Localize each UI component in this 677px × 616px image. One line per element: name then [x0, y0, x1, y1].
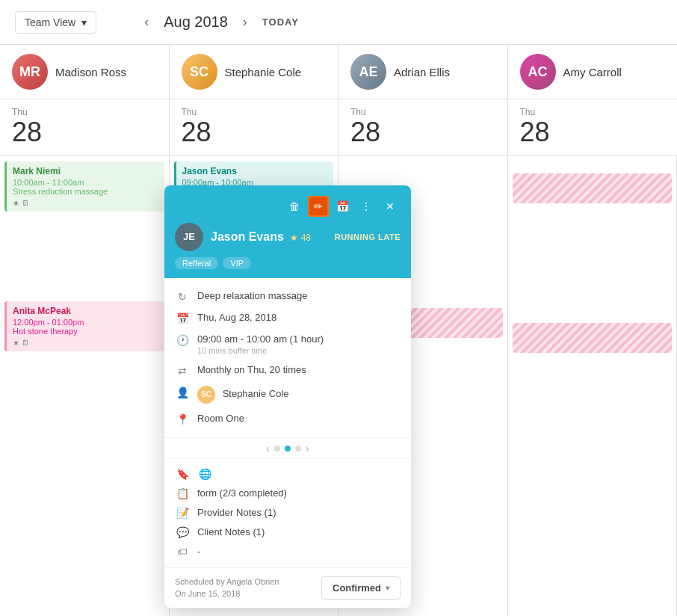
date-cell-0: Thu 28: [0, 99, 170, 155]
member-col-adrian: AE Adrian Ellis: [338, 45, 508, 99]
extra-form-row: 📋 form (2/3 completed): [175, 484, 401, 503]
bookmark-icon: 🔖: [175, 468, 190, 480]
time-icon: 🕐: [175, 334, 190, 346]
extra-provider-notes-row: 📝 Provider Notes (1): [175, 503, 401, 523]
popup-client-info: Jason Evans ★ 48: [211, 230, 311, 244]
avatar-madison: MR: [12, 54, 48, 90]
avatar-stephanie: SC: [182, 54, 217, 90]
popup-card: 🗑 ✏ 📅 ⋮ ✕ JE Jason Evans ★ 48: [164, 185, 411, 608]
info-time-row: 🕐 09:00 am - 10:00 am (1 hour) 10 mins b…: [175, 329, 401, 360]
delete-button[interactable]: 🗑: [284, 196, 305, 217]
prev-month-button[interactable]: ‹: [141, 11, 152, 33]
scheduled-by: Scheduled by Angela Obrien: [175, 576, 279, 588]
member-name-amy: Amy Carroll: [563, 66, 622, 78]
stripe-pink-2: [513, 173, 673, 203]
avatar-amy: AC: [520, 54, 556, 90]
avatar-adrian: AE: [350, 54, 386, 90]
info-time: 09:00 am - 10:00 am (1 hour): [197, 333, 324, 345]
appt-name: Anita McPeak: [13, 306, 158, 316]
date-num-1: 28: [182, 117, 327, 147]
extra-form: form (2/3 completed): [197, 487, 287, 499]
confirmed-label: Confirmed: [333, 582, 381, 594]
events-col-0: Mark Niemi 10:00am - 11:00am Stress redu…: [0, 155, 170, 616]
member-name-stephanie: Stephanie Cole: [225, 66, 302, 78]
info-provider-row: 👤 SC Stephanie Cole: [175, 381, 401, 408]
pagination-next[interactable]: ›: [306, 443, 309, 455]
edit-button[interactable]: ✏: [308, 196, 329, 217]
member-col-amy: AC Amy Carroll: [508, 45, 678, 99]
extra-bookmark-row: 🔖 🌐: [175, 464, 401, 484]
date-cell-1: Thu 28: [170, 99, 339, 155]
info-time-block: 09:00 am - 10:00 am (1 hour) 10 mins buf…: [197, 333, 324, 355]
popup-client-avatar: JE: [175, 223, 203, 251]
appt-mark-niemi[interactable]: Mark Niemi 10:00am - 11:00am Stress redu…: [4, 161, 164, 212]
provider-notes-icon: 📝: [175, 507, 190, 519]
pagination-prev[interactable]: ‹: [266, 443, 270, 455]
appt-icons: ★ 🗓: [13, 199, 158, 207]
tag-vip: VIP: [223, 257, 251, 269]
close-button[interactable]: ✕: [380, 196, 401, 217]
popup-footer: Scheduled by Angela Obrien On June 15, 2…: [164, 567, 411, 608]
appt-time: 10:00am - 11:00am: [13, 178, 158, 187]
team-view-label: Team View: [25, 16, 75, 28]
more-button[interactable]: ⋮: [356, 196, 377, 217]
tag-icon: 🏷: [175, 546, 190, 558]
confirmed-button[interactable]: Confirmed ▾: [321, 576, 401, 600]
date-num-3: 28: [520, 117, 666, 147]
extra-section: 🔖 🌐 📋 form (2/3 completed) 📝 Provider No…: [164, 458, 411, 567]
appt-name: Mark Niemi: [13, 166, 158, 176]
team-view-dropdown[interactable]: Team View ▾: [15, 11, 96, 34]
popup-status: RUNNING LATE: [335, 232, 401, 241]
popup-client-row: JE Jason Evans ★ 48 RUNNING LATE: [175, 223, 401, 251]
tag-refferal: Refferal: [175, 257, 218, 269]
dot-1: [274, 446, 280, 452]
recurrence-icon: ⇄: [175, 365, 190, 377]
room-icon: 📍: [175, 413, 190, 425]
date-day-3: Thu: [520, 107, 666, 117]
info-service: Deep relaxation massage: [197, 290, 401, 301]
date-cell-3: Thu 28: [508, 99, 678, 155]
today-button[interactable]: TODAY: [262, 16, 299, 28]
info-provider: SC Stephanie Cole: [197, 386, 401, 404]
service-icon: ↻: [175, 291, 190, 303]
info-date-row: 📅 Thu, Aug 28, 2018: [175, 307, 401, 329]
next-month-button[interactable]: ›: [240, 11, 250, 33]
extra-provider-notes: Provider Notes (1): [197, 507, 276, 518]
date-day-2: Thu: [350, 107, 495, 117]
popup-tags: Refferal VIP: [175, 257, 401, 269]
calendar-button[interactable]: 📅: [332, 196, 353, 217]
info-recurrence: Monthly on Thu, 20 times: [197, 364, 401, 375]
extra-client-notes: Client Notes (1): [197, 526, 265, 538]
top-bar: Team View ▾ ‹ Aug 2018 › TODAY: [0, 0, 677, 45]
date-day-1: Thu: [182, 107, 327, 117]
member-col-madison: MR Madison Ross: [0, 45, 170, 99]
date-row: Thu 28 Thu 28 Thu 28 Thu 28: [0, 99, 677, 155]
extra-client-notes-row: 💬 Client Notes (1): [175, 523, 401, 542]
events-col-3: [508, 155, 678, 616]
confirmed-arrow-icon: ▾: [386, 584, 389, 592]
appt-service: Hot stone therapy: [13, 327, 158, 336]
popup-body: ↻ Deep relaxation massage 📅 Thu, Aug 28,…: [164, 278, 411, 437]
scheduled-date: On June 15, 2018: [175, 588, 279, 600]
appt-service: Stress reduction massage: [13, 187, 158, 196]
popup-header: 🗑 ✏ 📅 ⋮ ✕ JE Jason Evans ★ 48: [164, 185, 411, 278]
dot-2: [285, 446, 291, 452]
appt-anita-mcpeak[interactable]: Anita McPeak 12:00pm - 01:00pm Hot stone…: [4, 301, 164, 351]
date-num-2: 28: [350, 117, 495, 147]
member-name-adrian: Adrian Ellis: [394, 66, 450, 78]
calendar: MR Madison Ross SC Stephanie Cole AE Adr…: [0, 45, 677, 616]
appt-name: Jason Evans: [182, 166, 328, 176]
date-day-0: Thu: [12, 107, 157, 117]
dot-3: [295, 446, 301, 452]
appt-time: 12:00pm - 01:00pm: [13, 318, 158, 327]
stripe-pink-3: [513, 323, 673, 353]
extra-tag-value: -: [197, 546, 200, 557]
calendar-header: MR Madison Ross SC Stephanie Cole AE Adr…: [0, 45, 677, 99]
events-grid: Mark Niemi 10:00am - 11:00am Stress redu…: [0, 155, 677, 616]
info-date: Thu, Aug 28, 2018: [197, 312, 401, 323]
member-col-stephanie: SC Stephanie Cole: [170, 45, 339, 99]
chevron-down-icon: ▾: [81, 16, 87, 28]
scheduled-text: Scheduled by Angela Obrien On June 15, 2…: [175, 576, 279, 600]
form-icon: 📋: [175, 487, 190, 499]
month-nav: ‹ Aug 2018 › TODAY: [141, 11, 299, 33]
